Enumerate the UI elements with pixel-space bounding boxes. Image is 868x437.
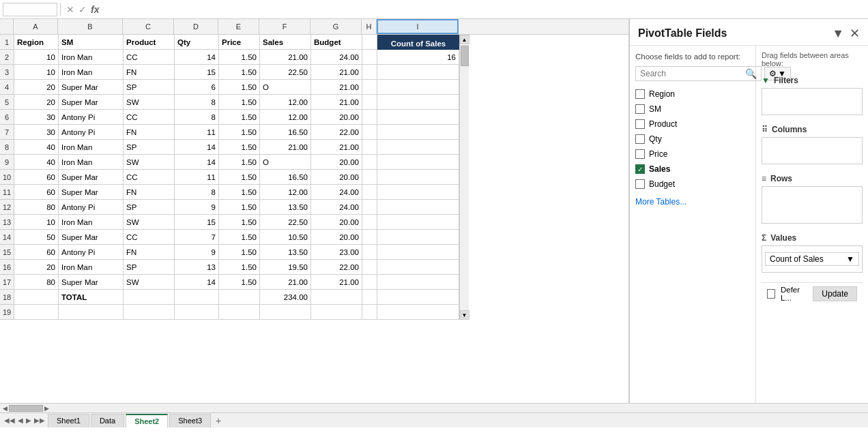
cell-c19[interactable] <box>124 305 175 320</box>
columns-box[interactable] <box>762 137 863 164</box>
cell-c5[interactable]: SW <box>124 95 175 110</box>
cell-g12[interactable]: 24.00 <box>311 200 362 215</box>
cell-a3[interactable]: 10 <box>14 65 59 80</box>
cell-b6[interactable]: Antony Pi <box>59 110 124 125</box>
cell-g10[interactable]: 20.00 <box>311 170 362 185</box>
cell-f19[interactable] <box>260 305 311 320</box>
cell-c18[interactable] <box>124 290 175 305</box>
cell-d6[interactable]: 8 <box>175 110 219 125</box>
cell-f1[interactable]: Sales <box>260 35 311 50</box>
cell-f17[interactable]: 21.00 <box>260 275 311 290</box>
cell-g1[interactable]: Budget <box>311 35 362 50</box>
cell-c13[interactable]: SW <box>124 215 175 230</box>
cell-e5[interactable]: 1.50 <box>219 95 260 110</box>
cell-h9[interactable] <box>362 155 377 170</box>
cell-i15[interactable] <box>377 245 459 260</box>
cell-g14[interactable]: 20.00 <box>311 230 362 245</box>
cell-c14[interactable]: CC <box>124 230 175 245</box>
sheet-tab-sheet2[interactable]: Sheet2 <box>126 414 168 427</box>
cell-f13[interactable]: 22.50 <box>260 215 311 230</box>
cell-c6[interactable]: CC <box>124 110 175 125</box>
cell-g2[interactable]: 24.00 <box>311 50 362 65</box>
cell-e14[interactable]: 1.50 <box>219 230 260 245</box>
cell-b3[interactable]: Iron Man <box>59 65 124 80</box>
cell-a7[interactable]: 30 <box>14 125 59 140</box>
cell-h13[interactable] <box>362 215 377 230</box>
cell-d16[interactable]: 13 <box>175 260 219 275</box>
cell-d17[interactable]: 14 <box>175 275 219 290</box>
cell-b1[interactable]: SM <box>59 35 124 50</box>
cell-f5[interactable]: 12.00 <box>260 95 311 110</box>
last-sheet-arrow[interactable]: ▶▶ <box>33 417 46 424</box>
cell-h14[interactable] <box>362 230 377 245</box>
cell-f16[interactable]: 19.50 <box>260 260 311 275</box>
h-scroll-thumb[interactable] <box>9 405 43 412</box>
cell-e16[interactable]: 1.50 <box>219 260 260 275</box>
cell-i18[interactable] <box>377 290 459 305</box>
cell-e9[interactable]: 1.50 <box>219 155 260 170</box>
cell-i13[interactable] <box>377 215 459 230</box>
cell-d5[interactable]: 8 <box>175 95 219 110</box>
sheet-tab-data[interactable]: Data <box>91 414 124 427</box>
cell-a13[interactable]: 10 <box>14 215 59 230</box>
col-header-f[interactable]: F <box>259 19 310 34</box>
cell-a11[interactable]: 60 <box>14 185 59 200</box>
pivot-settings-icon[interactable]: ▼ <box>832 27 844 41</box>
cell-g5[interactable]: 21.00 <box>311 95 362 110</box>
values-dropdown[interactable]: Count of Sales ▼ <box>765 252 859 266</box>
cell-a6[interactable]: 30 <box>14 110 59 125</box>
cell-g6[interactable]: 20.00 <box>311 110 362 125</box>
cell-h6[interactable] <box>362 110 377 125</box>
cell-d4[interactable]: 6 <box>175 80 219 95</box>
cell-f6[interactable]: 12.00 <box>260 110 311 125</box>
cell-a9[interactable]: 40 <box>14 155 59 170</box>
cell-e3[interactable]: 1.50 <box>219 65 260 80</box>
cell-f11[interactable]: 12.00 <box>260 185 311 200</box>
function-icon[interactable]: fx <box>91 4 99 15</box>
cell-d2[interactable]: 14 <box>175 50 219 65</box>
cell-e8[interactable]: 1.50 <box>219 140 260 155</box>
cell-d8[interactable]: 14 <box>175 140 219 155</box>
cell-b17[interactable]: Super Mar <box>59 275 124 290</box>
scroll-down-arrow[interactable]: ▼ <box>460 310 469 320</box>
cell-i10[interactable] <box>377 170 459 185</box>
field-checkbox-qty[interactable] <box>635 134 645 144</box>
field-checkbox-sm[interactable] <box>635 104 645 114</box>
first-sheet-arrow[interactable]: ◀◀ <box>3 417 16 424</box>
cell-h17[interactable] <box>362 275 377 290</box>
cell-i19[interactable] <box>377 305 459 320</box>
cell-e13[interactable]: 1.50 <box>219 215 260 230</box>
cell-f2[interactable]: 21.00 <box>260 50 311 65</box>
col-header-b[interactable]: B <box>58 19 123 34</box>
cell-h10[interactable] <box>362 170 377 185</box>
cell-d13[interactable]: 15 <box>175 215 219 230</box>
cell-c17[interactable]: SW <box>124 275 175 290</box>
cell-b19[interactable] <box>59 305 124 320</box>
field-item-region[interactable]: Region <box>635 88 750 100</box>
cell-f8[interactable]: 21.00 <box>260 140 311 155</box>
cell-i4[interactable] <box>377 80 459 95</box>
cell-d14[interactable]: 7 <box>175 230 219 245</box>
cell-i6[interactable] <box>377 110 459 125</box>
cell-e2[interactable]: 1.50 <box>219 50 260 65</box>
cell-c4[interactable]: SP <box>124 80 175 95</box>
cell-d9[interactable]: 14 <box>175 155 219 170</box>
cell-h7[interactable] <box>362 125 377 140</box>
cell-c2[interactable]: CC <box>124 50 175 65</box>
cell-f12[interactable]: 13.50 <box>260 200 311 215</box>
cell-b5[interactable]: Super Mar <box>59 95 124 110</box>
defer-checkbox[interactable] <box>767 289 775 299</box>
cell-a16[interactable]: 20 <box>14 260 59 275</box>
cell-a5[interactable]: 20 <box>14 95 59 110</box>
cell-g9[interactable]: 20.00 <box>311 155 362 170</box>
cell-g3[interactable]: 21.00 <box>311 65 362 80</box>
cell-i3[interactable] <box>377 65 459 80</box>
cell-d15[interactable]: 9 <box>175 245 219 260</box>
h-scroll-right-arrow[interactable]: ▶ <box>44 405 49 412</box>
h-scroll-left-arrow[interactable]: ◀ <box>3 405 8 412</box>
cell-a4[interactable]: 20 <box>14 80 59 95</box>
cell-a2[interactable]: 10 <box>14 50 59 65</box>
cell-c11[interactable]: FN <box>124 185 175 200</box>
cell-b13[interactable]: Iron Man <box>59 215 124 230</box>
cell-g19[interactable] <box>311 305 362 320</box>
